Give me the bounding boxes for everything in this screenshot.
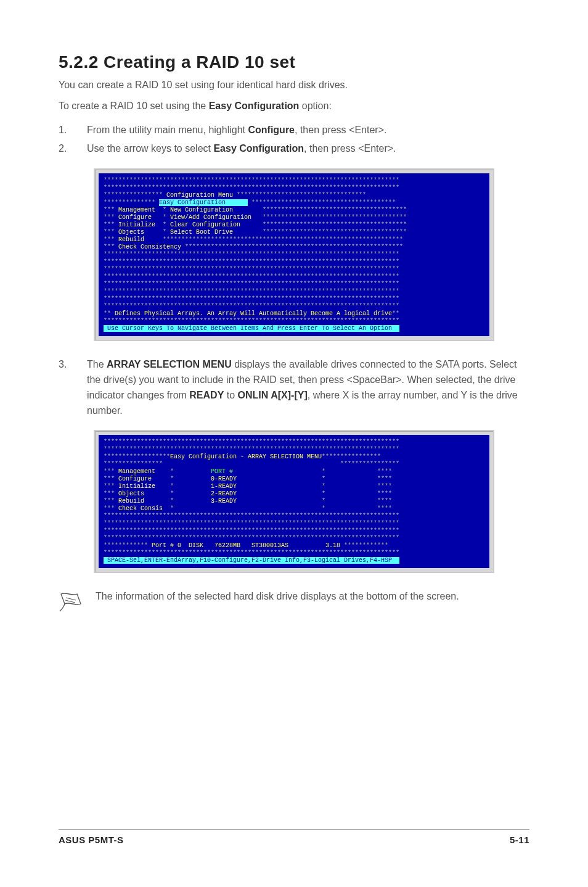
step-item: 1. From the utility main menu, highlight… [59,123,529,138]
lead-post: option: [299,101,331,111]
terminal-screenshot-array-selection: ****************************************… [94,430,494,573]
step-number: 3. [59,357,67,373]
step-number: 1. [59,123,81,138]
lead-pre: To create a RAID 10 set using the [59,101,209,111]
lead-bold: Easy Configuration [209,101,300,111]
note-icon [59,590,83,617]
steps-list: 1. From the utility main menu, highlight… [59,123,529,156]
lead-text: To create a RAID 10 set using the Easy C… [59,101,529,112]
step-text: From the utility main menu, highlight Co… [87,125,386,135]
note-text: The information of the selected hard dis… [96,589,459,604]
footer-product: ASUS P5MT-S [59,835,124,845]
step-text: Use the arrow keys to select Easy Config… [87,143,396,154]
section-heading: 5.2.2 Creating a RAID 10 set [59,52,529,72]
page-footer: ASUS P5MT-S 5-11 [59,829,529,845]
step-number: 2. [59,141,81,156]
step-text: The ARRAY SELECTION MENU displays the av… [87,359,518,415]
note-callout: The information of the selected hard dis… [59,589,529,617]
step-item: 3. The ARRAY SELECTION MENU displays the… [59,357,529,418]
footer-page-number: 5-11 [510,835,529,845]
step-item: 2. Use the arrow keys to select Easy Con… [59,141,529,156]
intro-text: You can create a RAID 10 set using four … [59,78,529,92]
terminal-screenshot-configuration-menu: ****************************************… [94,168,494,341]
